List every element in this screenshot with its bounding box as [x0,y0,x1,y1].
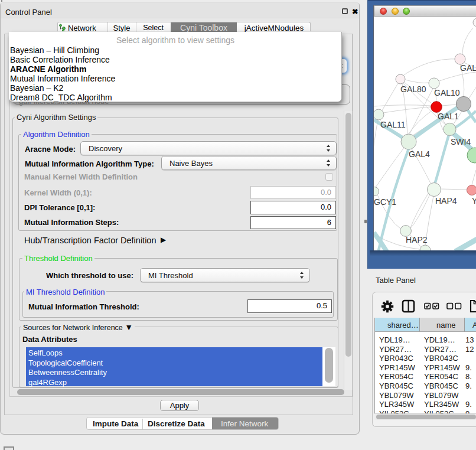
svg-text:GCY1: GCY1 [374,197,396,207]
svg-text:GAL7: GAL7 [460,63,476,73]
svg-text:GAL80: GAL80 [400,84,426,94]
svg-text:SWI4: SWI4 [451,137,471,146]
svg-text:GAL11: GAL11 [380,120,406,129]
svg-text:Y: Y [472,196,476,206]
svg-text:HAP2: HAP2 [406,235,428,244]
svg-text:GAL10: GAL10 [434,88,460,97]
svg-text:GAL1: GAL1 [438,112,459,121]
svg-text:GAL4: GAL4 [409,149,430,159]
svg-text:HAP4: HAP4 [435,196,457,206]
